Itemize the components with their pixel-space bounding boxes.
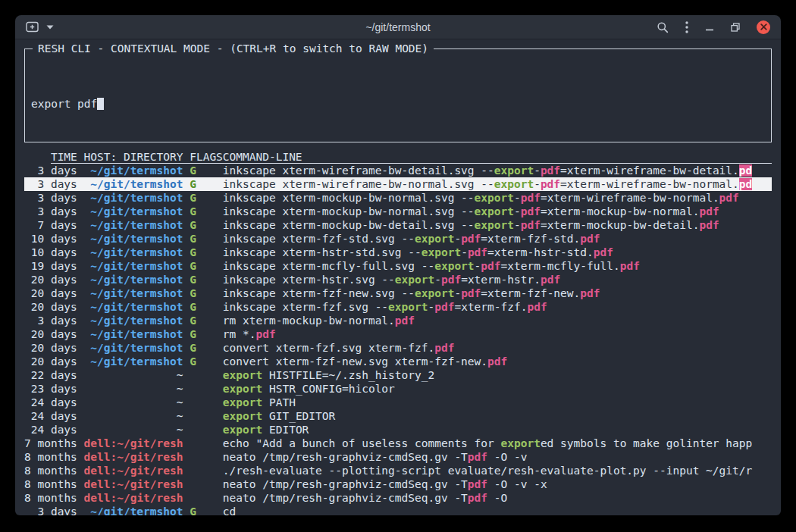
row-flags: G (190, 355, 223, 368)
row-flags: G (190, 205, 223, 218)
row-host-directory: ~ (84, 396, 183, 409)
row-flags (190, 437, 223, 450)
history-row[interactable]: 7 monthsdell:~/git/reshecho "Add a bunch… (24, 437, 772, 450)
search-box[interactable]: RESH CLI - CONTEXTUAL MODE - (CTRL+R to … (24, 49, 772, 142)
row-host-directory: ~/git/termshot (84, 314, 183, 327)
row-host-directory: ~ (84, 382, 183, 396)
row-command: inkscape xterm-fzf.svg --export-pdf=xter… (223, 300, 772, 314)
row-flags (190, 409, 223, 423)
row-host-directory: ~/git/termshot (84, 191, 183, 205)
terminal-window: ~/git/termshot (15, 15, 781, 515)
row-time: 3 days (24, 314, 77, 327)
history-row[interactable]: 3 days~/git/termshotGrm xterm-mockup-bw-… (24, 314, 772, 327)
row-command: inkscape xterm-mockup-bw-detail.svg --ex… (223, 218, 772, 232)
history-row[interactable]: 3 days~/git/termshotGinkscape xterm-wire… (24, 177, 772, 191)
col-header-time: TIME (24, 150, 77, 164)
row-command: inkscape xterm-fzf-new.svg --export-pdf=… (223, 286, 772, 300)
history-row[interactable]: 3 days~/git/termshotGinkscape xterm-wire… (24, 164, 772, 177)
row-flags (190, 450, 223, 464)
row-command: echo "Add a bunch of useless comments fo… (223, 437, 772, 450)
history-row[interactable]: 8 monthsdell:~/git/resh./resh-evaluate -… (24, 464, 772, 477)
history-row[interactable]: 24 days~export PATH (24, 396, 772, 409)
menu-button[interactable] (685, 21, 688, 33)
history-row[interactable]: 24 days~export EDITOR (24, 423, 772, 437)
history-row[interactable]: 20 days~/git/termshotGinkscape xterm-fzf… (24, 286, 772, 300)
search-input[interactable]: export pdf (31, 97, 765, 111)
row-command-truncated-match: pd (739, 164, 752, 177)
row-host-directory: dell:~/git/resh (84, 450, 183, 464)
titlebar: ~/git/termshot (15, 15, 781, 39)
row-flags (190, 368, 223, 382)
row-time: 20 days (24, 327, 77, 341)
row-host-directory: ~/git/termshot (84, 273, 183, 286)
history-row[interactable]: 3 days~/git/termshotGinkscape xterm-mock… (24, 205, 772, 218)
history-row[interactable]: 10 days~/git/termshotGinkscape xterm-hst… (24, 246, 772, 259)
row-time: 24 days (24, 409, 77, 423)
search-button[interactable] (657, 21, 669, 33)
history-row[interactable]: 20 days~/git/termshotGconvert xterm-fzf.… (24, 341, 772, 355)
kebab-menu-icon (685, 21, 688, 33)
search-box-title: RESH CLI - CONTEXTUAL MODE - (CTRL+R to … (33, 42, 434, 55)
row-command: inkscape xterm-wireframe-bw-detail.svg -… (223, 164, 772, 177)
row-time: 7 months (24, 437, 77, 450)
history-row[interactable]: 8 monthsdell:~/git/reshneato /tmp/resh-g… (24, 491, 772, 505)
col-header-host: HOST: DIRECTORY (84, 150, 183, 164)
history-row[interactable]: 20 days~/git/termshotGconvert xterm-fzf-… (24, 355, 772, 368)
history-row[interactable]: 8 monthsdell:~/git/reshneato /tmp/resh-g… (24, 450, 772, 464)
history-row[interactable]: 20 days~/git/termshotGinkscape xterm-hst… (24, 273, 772, 286)
close-button[interactable] (757, 20, 770, 34)
row-host-directory: ~/git/termshot (84, 177, 183, 191)
row-host-directory: dell:~/git/resh (84, 437, 183, 450)
row-command: inkscape xterm-hstr-std.svg --export-pdf… (223, 246, 772, 259)
new-tab-button[interactable] (26, 21, 39, 33)
row-flags: G (190, 300, 223, 314)
history-row[interactable]: 24 days~export GIT_EDITOR (24, 409, 772, 423)
row-flags (190, 396, 223, 409)
table-header: TIME HOST: DIRECTORY FLAGS COMMAND-LINE (24, 150, 772, 164)
row-time: 20 days (24, 300, 77, 314)
history-row[interactable]: 19 days~/git/termshotGinkscape xterm-mcf… (24, 259, 772, 273)
history-rows: 3 days~/git/termshotGinkscape xterm-wire… (24, 164, 772, 515)
row-time: 8 months (24, 464, 77, 477)
row-flags: G (190, 259, 223, 273)
row-command: ./resh-evaluate --plotting-script evalua… (223, 464, 772, 477)
row-command: neato /tmp/resh-graphviz-cmdSeq.gv -Tpdf… (223, 491, 772, 505)
row-command: inkscape xterm-mockup-bw-normal.svg --ex… (223, 205, 772, 218)
row-command: inkscape xterm-hstr.svg --export-pdf=xte… (223, 273, 772, 286)
row-host-directory: ~ (84, 368, 183, 382)
row-flags: G (190, 505, 223, 515)
row-host-directory: ~ (84, 409, 183, 423)
row-time: 3 days (24, 205, 77, 218)
history-row[interactable]: 20 days~/git/termshotGinkscape xterm-fzf… (24, 300, 772, 314)
row-host-directory: ~/git/termshot (84, 232, 183, 246)
row-command: inkscape xterm-mockup-bw-normal.svg --ex… (223, 191, 772, 205)
tab-dropdown-button[interactable] (46, 25, 54, 30)
row-command: export GIT_EDITOR (223, 409, 772, 423)
history-row[interactable]: 22 days~export HISTFILE=~/.zsh_history_2 (24, 368, 772, 382)
search-icon (657, 21, 669, 33)
history-row[interactable]: 23 days~export HSTR_CONFIG=hicolor (24, 382, 772, 396)
row-command-truncated-match: pd (739, 178, 752, 190)
row-flags: G (190, 286, 223, 300)
history-row[interactable]: 8 monthsdell:~/git/reshneato /tmp/resh-g… (24, 477, 772, 491)
restore-button[interactable] (731, 23, 740, 32)
row-flags (190, 477, 223, 491)
row-command: cd (223, 505, 772, 515)
row-time: 3 days (24, 177, 77, 191)
row-flags: G (190, 314, 223, 327)
history-row[interactable]: 3 days~/git/termshotGinkscape xterm-mock… (24, 191, 772, 205)
row-host-directory: ~/git/termshot (84, 286, 183, 300)
row-host-directory: ~/git/termshot (84, 164, 183, 177)
terminal-content: RESH CLI - CONTEXTUAL MODE - (CTRL+R to … (15, 39, 781, 515)
new-tab-icon (26, 21, 39, 33)
row-command: neato /tmp/resh-graphviz-cmdSeq.gv -Tpdf… (223, 450, 772, 464)
history-row[interactable]: 10 days~/git/termshotGinkscape xterm-fzf… (24, 232, 772, 246)
row-command: rm *.pdf (223, 327, 772, 341)
restore-icon (731, 23, 740, 32)
history-row[interactable]: 20 days~/git/termshotGrm *.pdf (24, 327, 772, 341)
row-time: 23 days (24, 382, 77, 396)
minimize-button[interactable] (705, 23, 714, 32)
col-header-flags: FLAGS (190, 150, 223, 164)
history-row[interactable]: 7 days~/git/termshotGinkscape xterm-mock… (24, 218, 772, 232)
history-row[interactable]: 3 days~/git/termshotGcd (24, 505, 772, 515)
